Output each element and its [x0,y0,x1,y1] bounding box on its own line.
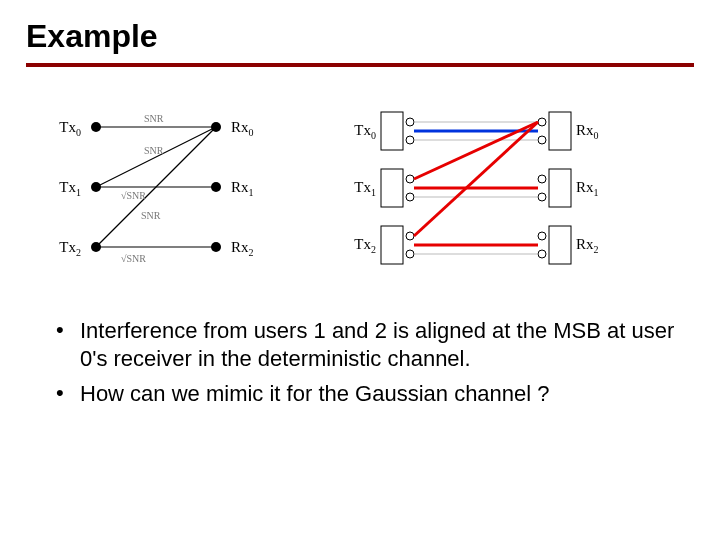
label-rx0: Rx0 [231,119,254,138]
bullet-item: • How can we mimic it for the Gaussian c… [56,380,694,408]
right-label-rx2: Rx2 [576,236,599,255]
label-tx0: Tx0 [59,119,81,138]
figure-row: SNR SNR √SNR SNR √SNR Tx0 Tx1 Tx2 Rx0 Rx… [26,97,694,277]
rx1-bit-hi [538,175,546,183]
bullet-marker-icon: • [56,317,80,343]
edge-label-e00: SNR [144,113,164,124]
tx1-bit-lo [406,193,414,201]
rx2-box [549,226,571,264]
label-tx2: Tx2 [59,239,81,258]
rx0-box [549,112,571,150]
rx2-bit-lo [538,250,546,258]
left-diagram: SNR SNR √SNR SNR √SNR Tx0 Tx1 Tx2 Rx0 Rx… [26,97,286,277]
rx2-bit-hi [538,232,546,240]
tx0-box [381,112,403,150]
tx2-bit-lo [406,250,414,258]
edge-label-e10: SNR [144,145,164,156]
rx1-bit-lo [538,193,546,201]
bullet-text: Interference from users 1 and 2 is align… [80,317,694,372]
bullet-text: How can we mimic it for the Gaussian cha… [80,380,694,408]
tx0-bit-lo [406,136,414,144]
slide: Example SNR SNR [0,0,720,540]
tx1-box [381,169,403,207]
label-rx2: Rx2 [231,239,254,258]
label-rx1: Rx1 [231,179,254,198]
tx2-bit-hi [406,232,414,240]
title-rule [26,63,694,67]
edge-label-e20: SNR [141,210,161,221]
rx0-bit-lo [538,136,546,144]
edge-label-e11: √SNR [121,190,146,201]
right-label-tx0: Tx0 [354,122,376,141]
tx1-bit-hi [406,175,414,183]
rx0-bit-hi [538,118,546,126]
rx1-box [549,169,571,207]
edge-tx1-rx0 [96,127,216,187]
page-title: Example [26,18,694,55]
right-diagram: Tx0 Tx1 Tx2 Rx0 Rx1 Rx2 [326,97,626,277]
tx2-box [381,226,403,264]
right-label-tx1: Tx1 [354,179,376,198]
bullet-item: • Interference from users 1 and 2 is ali… [56,317,694,372]
label-tx1: Tx1 [59,179,81,198]
right-label-rx1: Rx1 [576,179,599,198]
tx0-bit-hi [406,118,414,126]
bullet-marker-icon: • [56,380,80,406]
edge-label-e22: √SNR [121,253,146,264]
bullet-list: • Interference from users 1 and 2 is ali… [56,317,694,408]
red-link-tx2-rx0 [414,122,538,236]
right-label-rx0: Rx0 [576,122,599,141]
right-label-tx2: Tx2 [354,236,376,255]
